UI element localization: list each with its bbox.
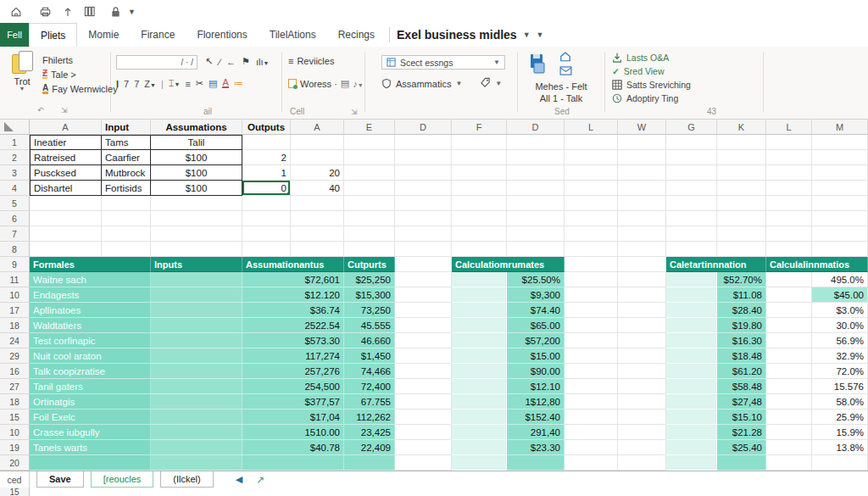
cell[interactable] <box>565 165 618 181</box>
cell[interactable] <box>666 211 717 226</box>
paste-button[interactable]: Trot ▼ <box>5 51 39 91</box>
green-pale-cell[interactable] <box>452 425 507 440</box>
cell[interactable] <box>618 379 666 394</box>
green-label-cell[interactable]: Test corfinapic <box>30 333 151 348</box>
italic-icon[interactable]: 7 <box>124 79 129 89</box>
green-label-cell[interactable]: Tanels warts <box>30 440 151 455</box>
column-header-2[interactable]: Assumations <box>151 120 242 135</box>
green-value-cell[interactable]: $9,300 <box>507 287 565 303</box>
cell[interactable] <box>618 348 666 364</box>
cell[interactable] <box>565 410 618 425</box>
chevron-down-icon[interactable]: ▼ <box>523 31 531 39</box>
green-pale-cell[interactable] <box>666 440 717 455</box>
cell-B2[interactable]: Caarfier <box>102 150 151 165</box>
cell[interactable] <box>151 226 242 242</box>
green-pale-cell[interactable] <box>452 303 507 318</box>
cell[interactable] <box>102 242 151 257</box>
m-value-cell[interactable]: 495.0% <box>812 272 868 287</box>
green-value-cell[interactable]: $573.30 <box>242 333 344 348</box>
green-label-cell[interactable]: Apllinatoes <box>30 303 151 318</box>
green-empty-cell[interactable] <box>151 303 242 318</box>
green-empty-cell[interactable] <box>151 287 242 303</box>
tab-florentions[interactable]: Florentions <box>186 23 258 47</box>
green-value-cell[interactable]: $65.00 <box>507 318 565 333</box>
border-icon[interactable]: ⌶▼ <box>169 78 181 89</box>
cell-A3[interactable]: Puscksed <box>30 165 102 181</box>
green-value-cell[interactable]: 117,274 <box>242 348 344 364</box>
cell[interactable] <box>618 410 666 425</box>
green-empty-cell[interactable] <box>151 318 242 333</box>
cell[interactable] <box>565 318 618 333</box>
cell[interactable] <box>565 196 618 211</box>
green-value-cell[interactable]: $52.70% <box>717 272 766 287</box>
green-value-cell[interactable]: $11.08 <box>717 287 766 303</box>
bold-icon[interactable]: I <box>116 79 119 89</box>
green-value-cell[interactable]: $61.20 <box>717 364 766 379</box>
cell[interactable] <box>565 211 618 226</box>
cell[interactable] <box>344 242 395 257</box>
m-value-cell[interactable]: 25.9% <box>812 410 868 425</box>
cell[interactable] <box>717 211 766 226</box>
cell[interactable] <box>30 196 102 211</box>
cell-B3[interactable]: Mutbrock <box>102 165 151 181</box>
row-header[interactable]: 15 <box>0 410 30 425</box>
green-value-cell[interactable]: 1510.00 <box>242 425 344 440</box>
cell[interactable] <box>344 211 395 226</box>
adoptiry-ting-button[interactable]: Adoptiry Ting <box>612 91 691 104</box>
green-label-cell[interactable]: Talk coopizratise <box>30 364 151 379</box>
cell[interactable] <box>291 242 344 257</box>
cell[interactable] <box>766 455 812 471</box>
cell[interactable] <box>766 303 812 318</box>
green-table-header-0[interactable]: Formales <box>30 257 151 272</box>
green-value-cell[interactable]: $57,200 <box>507 333 565 348</box>
file-menu-button[interactable]: Fell <box>0 23 29 47</box>
tab-firance[interactable]: Firance <box>130 23 186 47</box>
cell[interactable] <box>395 272 452 287</box>
cell[interactable] <box>565 242 618 257</box>
m-value-cell[interactable]: 72.0% <box>812 364 868 379</box>
green-pale-cell[interactable] <box>666 318 717 333</box>
green-value-cell[interactable]: 257,276 <box>242 364 344 379</box>
cell-B1[interactable]: Tams <box>102 135 151 150</box>
cell[interactable] <box>395 410 452 425</box>
font-name-box[interactable]: / · / <box>116 55 198 70</box>
cell[interactable] <box>242 196 291 211</box>
cell[interactable] <box>618 196 666 211</box>
green-empty-cell[interactable] <box>151 425 242 440</box>
cell-D1[interactable] <box>242 135 291 150</box>
cell[interactable] <box>766 196 812 211</box>
cell[interactable] <box>452 135 507 150</box>
cell[interactable] <box>565 150 618 165</box>
chevron-down-icon[interactable]: ▼ <box>537 31 544 39</box>
cell-D3[interactable]: 1 <box>242 165 291 181</box>
green-label-cell[interactable]: Foil Exelc <box>30 410 151 425</box>
cell[interactable] <box>766 348 812 364</box>
green-pale-cell[interactable] <box>452 379 507 394</box>
cell[interactable] <box>344 181 395 196</box>
tab-recings[interactable]: Recings <box>327 23 386 47</box>
green-value-cell[interactable]: $19.80 <box>717 318 766 333</box>
cell[interactable] <box>717 150 766 165</box>
underline-icon[interactable]: Z▼ <box>144 79 156 89</box>
cell[interactable] <box>291 196 344 211</box>
green-pale-cell[interactable] <box>666 272 717 287</box>
cell[interactable] <box>666 135 717 150</box>
row-header[interactable]: 3 <box>0 165 30 181</box>
cell[interactable] <box>766 211 812 226</box>
cell[interactable] <box>507 165 565 181</box>
green-value-cell[interactable]: $16.30 <box>717 333 766 348</box>
cell[interactable] <box>812 242 868 257</box>
green-label-cell[interactable]: Tanil gaters <box>30 379 151 394</box>
mail-icon[interactable] <box>559 66 572 77</box>
row-header[interactable]: 27 <box>0 379 30 394</box>
green-label-cell[interactable]: Waldtatiers <box>30 318 151 333</box>
cell-C4[interactable]: $100 <box>151 181 242 196</box>
cell[interactable] <box>452 196 507 211</box>
green-value-cell[interactable]: $27,48 <box>717 394 766 410</box>
cell[interactable] <box>618 181 666 196</box>
cell[interactable] <box>666 226 717 242</box>
cell[interactable] <box>291 226 344 242</box>
cell[interactable] <box>618 425 666 440</box>
m-value-cell[interactable]: 58.0% <box>812 394 868 410</box>
cell[interactable] <box>565 257 618 272</box>
